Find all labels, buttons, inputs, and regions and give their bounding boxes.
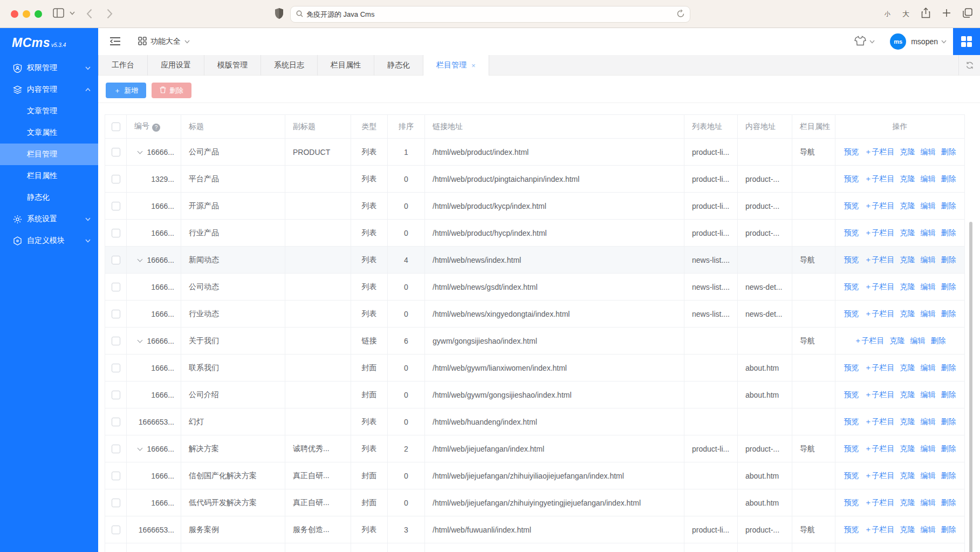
row-checkbox[interactable] [112,445,120,453]
window-zoom-button[interactable] [35,10,42,18]
add-sub-column-link[interactable]: ＋子栏目 [865,498,895,507]
clone-link[interactable]: 克隆 [900,471,915,480]
edit-link[interactable]: 编辑 [921,282,936,291]
reload-icon[interactable] [677,10,684,19]
add-sub-column-link[interactable]: ＋子栏目 [865,390,895,399]
apps-grid-button[interactable] [953,28,980,55]
edit-link[interactable]: 编辑 [921,390,936,399]
preview-link[interactable]: 预览 [844,471,859,480]
add-sub-column-link[interactable]: ＋子栏目 [865,417,895,426]
tab-overview-icon[interactable] [963,8,972,20]
add-sub-column-link[interactable]: ＋子栏目 [865,174,895,183]
zoom-out-text-button[interactable]: 小 [885,10,890,18]
clone-link[interactable]: 克隆 [900,309,915,318]
clone-link[interactable]: 克隆 [900,390,915,399]
vertical-scrollbar[interactable] [969,222,972,552]
sidebar-toggle-icon[interactable] [53,8,64,18]
tab-6[interactable]: 栏目管理× [423,55,489,76]
edit-link[interactable]: 编辑 [921,471,936,480]
add-sub-column-link[interactable]: ＋子栏目 [865,309,895,318]
sidebar-item-5[interactable]: 栏目属性 [0,165,98,187]
delete-link[interactable]: 删除 [941,201,956,210]
edit-link[interactable]: 编辑 [921,309,936,318]
delete-link[interactable]: 删除 [941,363,956,372]
edit-link[interactable]: 编辑 [921,228,936,237]
new-tab-icon[interactable] [942,9,951,19]
clone-link[interactable]: 克隆 [900,363,915,372]
privacy-shield-icon[interactable] [275,8,284,19]
sidebar-item-8[interactable]: 自定义模块 [0,230,98,251]
add-sub-column-link[interactable]: ＋子栏目 [865,363,895,372]
expand-chevron-icon[interactable] [138,148,143,154]
clone-link[interactable]: 克隆 [900,282,915,291]
tab-4[interactable]: 栏目属性 [318,55,374,76]
row-checkbox[interactable] [112,310,120,318]
row-checkbox[interactable] [112,283,120,291]
preview-link[interactable]: 预览 [844,417,859,426]
help-icon[interactable]: ? [152,124,160,132]
menu-fold-icon[interactable] [110,37,120,48]
sidebar-item-4[interactable]: 栏目管理 [0,144,98,165]
add-sub-column-link[interactable]: ＋子栏目 [865,147,895,156]
clone-link[interactable]: 克隆 [900,444,915,453]
edit-link[interactable]: 编辑 [921,444,936,453]
back-icon[interactable] [86,9,92,19]
delete-link[interactable]: 删除 [941,174,956,183]
add-sub-column-link[interactable]: ＋子栏目 [865,525,895,534]
preview-link[interactable]: 预览 [844,255,859,264]
add-sub-column-link[interactable]: ＋子栏目 [865,282,895,291]
tab-5[interactable]: 静态化 [374,55,423,76]
clone-link[interactable]: 克隆 [900,417,915,426]
sidebar-item-1[interactable]: 内容管理 [0,79,98,100]
clone-link[interactable]: 克隆 [900,174,915,183]
add-sub-column-link[interactable]: ＋子栏目 [865,255,895,264]
edit-link[interactable]: 编辑 [921,255,936,264]
add-sub-column-link[interactable]: ＋子栏目 [865,471,895,480]
preview-link[interactable]: 预览 [844,498,859,507]
delete-link[interactable]: 删除 [941,228,956,237]
window-minimize-button[interactable] [23,10,30,18]
delete-link[interactable]: 删除 [941,471,956,480]
delete-link[interactable]: 删除 [941,525,956,534]
sidebar-item-6[interactable]: 静态化 [0,187,98,208]
clone-link[interactable]: 克隆 [900,255,915,264]
delete-link[interactable]: 删除 [941,255,956,264]
edit-link[interactable]: 编辑 [921,498,936,507]
sidebar-item-0[interactable]: 权限管理 [0,57,98,79]
sidebar-item-2[interactable]: 文章管理 [0,100,98,122]
edit-link[interactable]: 编辑 [921,174,936,183]
zoom-in-text-button[interactable]: 大 [902,9,909,19]
row-checkbox[interactable] [112,337,120,345]
add-sub-column-link[interactable]: ＋子栏目 [865,201,895,210]
forward-icon[interactable] [107,9,113,19]
preview-link[interactable]: 预览 [844,147,859,156]
function-menu[interactable]: 功能大全 [138,28,190,55]
add-sub-column-link[interactable]: ＋子栏目 [865,444,895,453]
add-sub-column-link[interactable]: ＋子栏目 [854,336,885,345]
edit-link[interactable]: 编辑 [921,363,936,372]
edit-link[interactable]: 编辑 [921,147,936,156]
preview-link[interactable]: 预览 [844,390,859,399]
row-checkbox[interactable] [112,418,120,426]
theme-skin-icon[interactable] [854,36,866,48]
preview-link[interactable]: 预览 [844,525,859,534]
row-checkbox[interactable] [112,256,120,264]
username[interactable]: msopen [911,37,938,46]
preview-link[interactable]: 预览 [844,309,859,318]
clone-link[interactable]: 克隆 [890,336,905,345]
select-all-checkbox[interactable] [112,122,120,131]
clone-link[interactable]: 克隆 [900,525,915,534]
expand-chevron-icon[interactable] [138,445,143,451]
row-checkbox[interactable] [112,364,120,372]
tab-close-icon[interactable]: × [471,62,476,70]
tab-0[interactable]: 工作台 [98,55,148,76]
row-checkbox[interactable] [112,229,120,237]
preview-link[interactable]: 预览 [844,282,859,291]
sidebar-item-7[interactable]: 系统设置 [0,208,98,230]
window-close-button[interactable] [11,10,18,18]
address-bar[interactable]: 免疫开源的 Java Cms [290,6,690,23]
row-checkbox[interactable] [112,148,120,156]
chevron-down-icon[interactable] [70,11,75,15]
row-checkbox[interactable] [112,526,120,534]
row-checkbox[interactable] [112,472,120,480]
